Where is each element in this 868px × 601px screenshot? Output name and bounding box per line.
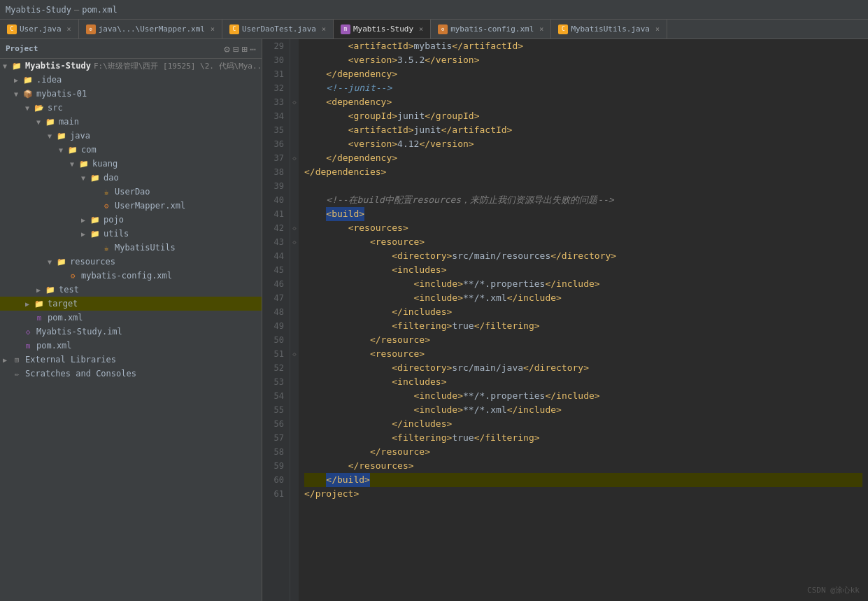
tree-item-label: UserDao [115, 187, 150, 197]
tree-item[interactable]: ▼📁kuang [0, 157, 262, 171]
code-span: **/*.xml [463, 291, 507, 305]
tree-item-label: UserMapper.xml [115, 201, 185, 211]
maven-icon: m [341, 24, 350, 34]
tree-item[interactable]: ▼📦mybatis-01 [0, 87, 262, 101]
tab-close-icon[interactable]: × [322, 25, 326, 33]
code-container[interactable]: 2930313233343536373839404142434445464748… [262, 39, 868, 601]
line-number: 30 [268, 53, 284, 67]
tree-item-icon: 📂 [34, 103, 45, 113]
code-line: </resource> [304, 445, 862, 459]
gutter-mark: ◇ [290, 347, 299, 361]
line-number: 50 [268, 333, 284, 347]
gutter-mark [290, 179, 299, 193]
tree-item[interactable]: ☕UserDao [0, 185, 262, 199]
tree-item[interactable]: ▶📁target [0, 297, 262, 311]
line-number: 58 [268, 445, 284, 459]
tab-close-icon[interactable]: × [419, 25, 423, 33]
tree-item[interactable]: ✏Scratches and Consoles [0, 367, 262, 381]
code-span [304, 375, 392, 389]
line-number: 36 [268, 137, 284, 151]
code-span [304, 249, 392, 263]
tree-item-label: pom.xml [36, 341, 72, 351]
code-span [304, 123, 348, 137]
tree-item[interactable]: ▼📁main [0, 115, 262, 129]
title-sep: – [74, 5, 79, 15]
tab-usermapper-xml[interactable]: ⚙java\...\UserMapper.xml× [79, 20, 222, 38]
code-content: <artifactId>mybatis</artifactId> <versio… [299, 39, 868, 601]
gutter-mark [290, 445, 299, 459]
line-number: 48 [268, 305, 284, 319]
tree-item[interactable]: mpom.xml [0, 339, 262, 353]
code-span: <directory> [392, 361, 452, 375]
tree-item[interactable]: ▶📁test [0, 283, 262, 297]
code-span: </artifactId> [441, 123, 513, 137]
tree-item[interactable]: ▼📁Myabtis-StudyF:\班级管理\西开 [19525] \2. 代码… [0, 59, 262, 73]
more-icon[interactable]: ⋯ [250, 43, 256, 55]
code-span: </dependency> [326, 67, 397, 81]
tree-item[interactable]: ⚙UserMapper.xml [0, 199, 262, 213]
tree-item[interactable]: ▼📁dao [0, 171, 262, 185]
tab-user-java[interactable]: CUser.java× [0, 20, 79, 38]
tree-item-label: pom.xml [48, 313, 83, 323]
tree-item-label: test [59, 285, 79, 295]
tab-label: mybatis-config.xml [450, 24, 534, 34]
tree-item[interactable]: mpom.xml [0, 311, 262, 325]
editor-area: 2930313233343536373839404142434445464748… [262, 39, 868, 601]
tree-item-icon: 📁 [11, 61, 22, 71]
tree-arrow-icon: ▼ [59, 146, 67, 154]
tree-item-label: resources [70, 257, 115, 267]
code-line: <dependency> [304, 95, 862, 109]
tab-close-icon[interactable]: × [539, 25, 543, 33]
tree-item-label: MybatisUtils [115, 243, 176, 253]
code-span: src/main/resources [452, 249, 550, 263]
code-span: <!--junit--> [304, 81, 392, 95]
sidebar: Project ⚙ ⊟ ⊞ ⋯ ▼📁Myabtis-StudyF:\班级管理\西… [0, 39, 262, 601]
code-span [304, 305, 392, 319]
code-line: </resource> [304, 333, 862, 347]
code-span [304, 53, 348, 67]
code-span [304, 137, 348, 151]
tree-item-icon: 📁 [90, 173, 101, 183]
code-span: </includes> [392, 417, 452, 431]
tree-item[interactable]: ▶📁utils [0, 227, 262, 241]
gutter-mark [290, 291, 299, 305]
main-area: Project ⚙ ⊟ ⊞ ⋯ ▼📁Myabtis-StudyF:\班级管理\西… [0, 39, 868, 601]
tree-item[interactable]: ▼📁resources [0, 255, 262, 269]
tree-item[interactable]: ⚙mybatis-config.xml [0, 269, 262, 283]
tree-item[interactable]: ▼📁com [0, 143, 262, 157]
tree-item[interactable]: ▶📁pojo [0, 213, 262, 227]
line-number: 49 [268, 319, 284, 333]
line-number: 51 [268, 347, 284, 361]
tab-myabtis-study[interactable]: mMyabtis-Study× [334, 20, 431, 38]
code-span: <filtering> [392, 319, 452, 333]
tree-item[interactable]: ▶⊞External Libraries [0, 353, 262, 367]
tree-item[interactable]: ◇Myabtis-Study.iml [0, 325, 262, 339]
sidebar-title: Project [6, 44, 38, 53]
tree-item-icon: ✏ [11, 369, 22, 379]
tab-mybatisutils-java[interactable]: CMybatisUtils.java× [551, 20, 667, 38]
tree-arrow-icon: ▶ [14, 76, 22, 84]
tab-userdaotest-java[interactable]: CUserDaoTest.java× [222, 20, 334, 38]
collapse-icon[interactable]: ⊟ [233, 43, 239, 55]
expand-icon[interactable]: ⊞ [241, 43, 247, 55]
tree-item-icon: 📁 [45, 285, 56, 295]
tree-item-icon: ⚙ [67, 271, 78, 281]
code-line: </dependency> [304, 151, 862, 165]
line-number: 43 [268, 235, 284, 249]
tree-item-icon: 📁 [56, 257, 67, 267]
tree-item-icon: 📁 [67, 145, 78, 155]
tab-close-icon[interactable]: × [211, 25, 215, 33]
tab-label: UserDaoTest.java [242, 24, 316, 34]
tab-close-icon[interactable]: × [67, 25, 71, 33]
tab-mybatis-config-xml[interactable]: ⚙mybatis-config.xml× [431, 20, 551, 38]
code-span: </project> [304, 487, 359, 501]
tab-close-icon[interactable]: × [655, 25, 660, 33]
tree-item[interactable]: ▶📁.idea [0, 73, 262, 87]
settings-icon[interactable]: ⚙ [224, 43, 229, 55]
tree-item[interactable]: ▼📁java [0, 129, 262, 143]
tree-item[interactable]: ▼📂src [0, 101, 262, 115]
tree-item-label: java [70, 131, 90, 141]
tree-item-icon: ⚙ [101, 201, 112, 211]
code-span: </artifactId> [452, 39, 523, 53]
tree-item[interactable]: ☕MybatisUtils [0, 241, 262, 255]
